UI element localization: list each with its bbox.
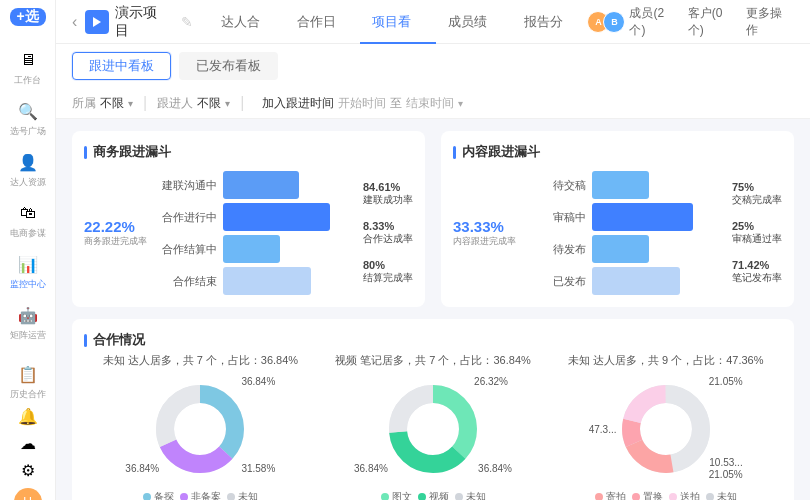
matrix-icon: 🤖: [16, 303, 40, 327]
sidebar-item-history[interactable]: 📋 历史合作: [0, 356, 55, 407]
sidebar-label-matrix: 矩阵运营: [10, 329, 46, 342]
tab-project-board[interactable]: 项目看板: [360, 0, 436, 44]
content-funnel-bars: 待交稿 2 审稿中 6: [528, 171, 718, 295]
content-bar-label-1: 审稿中: [528, 210, 586, 225]
sidebar-label-history: 历史合作: [10, 388, 46, 401]
donut1-label-top: 36.84%: [241, 376, 275, 387]
content-bar-1: 审稿中 6: [528, 203, 718, 231]
business-bar-fill-2: 1: [223, 235, 280, 263]
filter-follower-val[interactable]: 不限: [197, 95, 221, 112]
content-bar-fill-0: 2: [592, 171, 649, 199]
legend-unknown1: 未知: [227, 490, 258, 500]
history-icon: 📋: [16, 362, 40, 386]
legend-dot-video: [418, 493, 426, 500]
legend-dot-jipai: [595, 493, 603, 500]
donut-content-legend: 图文 视频 未知: [381, 490, 486, 500]
coop-title: 合作情况: [84, 331, 782, 349]
content-bar-count-1: 6: [705, 210, 712, 224]
donut3-label-r2: 10.53...: [709, 457, 742, 468]
filter-follower-arrow: ▾: [225, 98, 230, 109]
more-actions[interactable]: 更多操作: [746, 5, 794, 39]
filter-time-arrow: ▾: [458, 98, 463, 109]
nav-tabs: 达人合作 合作日历 项目看板 成员绩效 报告分析: [209, 0, 588, 44]
business-bar-fill-0: 2: [223, 171, 299, 199]
legend-dot-songpai: [669, 493, 677, 500]
content-rate-0: 75%交稿完成率: [732, 181, 782, 207]
tab-coop-history[interactable]: 合作日历: [285, 0, 361, 44]
legend-label-jipai: 寄拍: [606, 490, 626, 500]
business-bar-fill-3: 4: [223, 267, 311, 295]
business-rate-0: 84.61%建联成功率: [363, 181, 413, 207]
legend-jipai: 寄拍: [595, 490, 626, 500]
back-button[interactable]: ‹: [72, 13, 77, 31]
selector-icon: 🔍: [16, 99, 40, 123]
legend-unknown3: 未知: [706, 490, 737, 500]
donut-content-svg: [378, 379, 488, 479]
legend-label-feibei: 非备案: [191, 490, 221, 500]
business-bar-count-0: 2: [336, 178, 343, 192]
sidebar-item-talent[interactable]: 👤 达人资源: [0, 144, 55, 195]
legend-label-zhihuan: 置换: [643, 490, 663, 500]
bell-icon[interactable]: 🔔: [18, 407, 38, 426]
filter-sep-1: |: [143, 94, 147, 112]
legend-label-unknown1: 未知: [238, 490, 258, 500]
filter-follower: 跟进人 不限 ▾: [157, 95, 230, 112]
settings-icon[interactable]: ⚙: [21, 461, 35, 480]
legend-label-unknown2: 未知: [466, 490, 486, 500]
content-big-rate: 33.33%: [453, 218, 504, 235]
sidebar-item-ecommerce[interactable]: 🛍 电商参谋: [0, 195, 55, 246]
member-count[interactable]: A B 成员(2个): [587, 5, 679, 39]
more-label: 更多操作: [746, 5, 794, 39]
donut-talent-legend: 备探 非备案 未知: [143, 490, 258, 500]
sidebar-item-monitor[interactable]: 📊 监控中心: [0, 246, 55, 297]
business-bar-count-3: 4: [336, 274, 343, 288]
business-rate-2: 80%结算完成率: [363, 259, 413, 285]
sidebar: +选 🖥 工作台 🔍 选号广场 👤 达人资源 🛍 电商参谋 📊 监控中心 🤖 矩…: [0, 0, 56, 500]
sidebar-logo[interactable]: +选: [10, 8, 46, 26]
content-bar-fill-1: 6: [592, 203, 693, 231]
donut-row: 未知 达人居多，共 7 个，占比：36.84%: [84, 353, 782, 500]
filter-belong-val[interactable]: 不限: [100, 95, 124, 112]
filter-start-time[interactable]: 开始时间: [338, 95, 386, 112]
content-funnel-title: 内容跟进漏斗: [453, 143, 782, 161]
main-content: ‹ 演示项目 ✎ 达人合作 合作日历 项目看板 成员绩效 报告分析 A B 成员…: [56, 0, 810, 500]
legend-songpai: 送拍: [669, 490, 700, 500]
business-funnel-title: 商务跟进漏斗: [84, 143, 413, 161]
business-bar-1: 合作进行中 11: [159, 203, 349, 231]
project-title: 演示项目: [115, 4, 171, 40]
sidebar-item-selector[interactable]: 🔍 选号广场: [0, 93, 55, 144]
tab-report[interactable]: 报告分析: [512, 0, 588, 44]
sub-tab-tracking[interactable]: 跟进中看板: [72, 52, 171, 80]
sidebar-label-monitor: 监控中心: [10, 278, 46, 291]
filter-belong-arrow: ▾: [128, 98, 133, 109]
sidebar-item-workspace[interactable]: 🖥 工作台: [0, 42, 55, 93]
project-icon: [85, 10, 109, 34]
donut-result-legend: 寄拍 置换 送拍 未知: [595, 490, 737, 500]
donut2-label-top: 26.32%: [474, 376, 508, 387]
legend-dot-tuwen: [381, 493, 389, 500]
content-bar-0: 待交稿 2: [528, 171, 718, 199]
sub-tab-published[interactable]: 已发布看板: [179, 52, 278, 80]
user-avatar[interactable]: U: [14, 488, 42, 500]
legend-beitao: 备探: [143, 490, 174, 500]
content-bar-label-2: 待发布: [528, 242, 586, 257]
legend-dot-unknown3: [706, 493, 714, 500]
tab-member-perf[interactable]: 成员绩效: [436, 0, 512, 44]
cloud-icon[interactable]: ☁: [20, 434, 36, 453]
talent-icon: 👤: [16, 150, 40, 174]
filters-bar: 所属 不限 ▾ | 跟进人 不限 ▾ | 加入跟进时间 开始时间 至 结束时间 …: [56, 88, 810, 119]
sidebar-item-matrix[interactable]: 🤖 矩阵运营: [0, 297, 55, 348]
project-info: 演示项目 ✎: [85, 4, 193, 40]
legend-label-video: 视频: [429, 490, 449, 500]
content-area: 商务跟进漏斗 22.22% 商务跟进完成率 建联沟通中 2: [56, 119, 810, 500]
donut-talent-subtitle: 未知 达人居多，共 7 个，占比：36.84%: [103, 353, 299, 368]
business-bar-0: 建联沟通中 2: [159, 171, 349, 199]
edit-icon[interactable]: ✎: [181, 14, 193, 30]
svg-marker-0: [93, 17, 101, 27]
tab-talent-coop[interactable]: 达人合作: [209, 0, 285, 44]
client-count[interactable]: 客户(0个): [688, 5, 738, 39]
filter-end-time[interactable]: 结束时间: [406, 95, 454, 112]
filter-time: 加入跟进时间 开始时间 至 结束时间 ▾: [262, 95, 463, 112]
content-bar-2: 待发布 2: [528, 235, 718, 263]
filter-sep-2: |: [240, 94, 244, 112]
